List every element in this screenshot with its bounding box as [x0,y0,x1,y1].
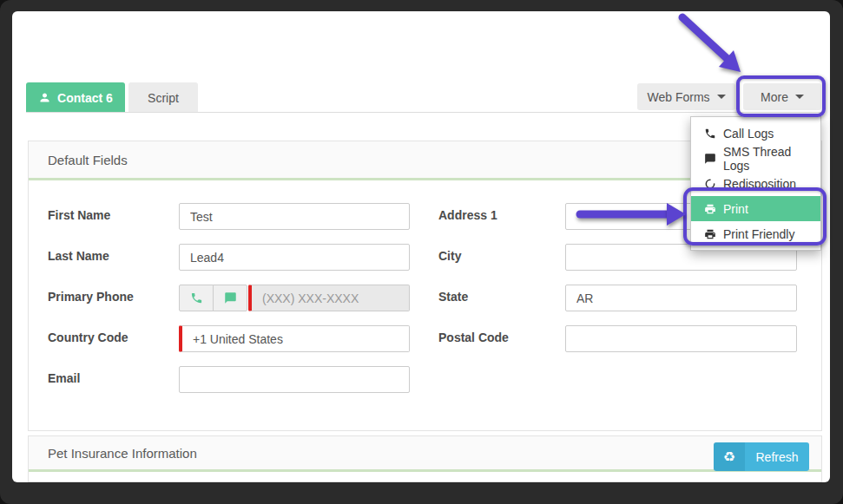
last-name-input[interactable] [179,244,410,271]
more-label: More [761,90,788,104]
tab-contact-label: Contact 6 [57,91,113,105]
chevron-down-icon [717,95,726,99]
phone-icon [704,128,716,140]
menu-item-label: Print Friendly [723,227,794,241]
menu-item-sms-thread-logs[interactable]: SMS Thread Logs [691,146,820,171]
chevron-down-icon [795,95,804,99]
state-label: State [438,290,468,304]
pet-insurance-title: Pet Insurance Information [48,446,197,461]
first-name-label: First Name [48,208,110,222]
printer-icon [704,228,716,240]
pet-insurance-header: Pet Insurance Information [29,436,821,472]
email-input[interactable] [179,366,410,393]
state-input[interactable] [565,285,797,311]
first-name-input[interactable] [179,203,410,230]
tab-script-label: Script [148,91,179,105]
menu-item-print-friendly[interactable]: Print Friendly [691,221,820,246]
tabs-underline [26,112,822,113]
printer-icon [704,203,716,215]
menu-item-print[interactable]: Print [691,196,820,221]
tab-script[interactable]: Script [128,82,198,113]
menu-item-label: SMS Thread Logs [723,145,820,173]
more-button[interactable]: More [743,83,821,110]
menu-item-label: Call Logs [723,127,774,141]
address1-label: Address 1 [438,208,497,222]
default-fields-title: Default Fields [48,153,128,167]
call-button[interactable] [179,285,214,311]
web-forms-button[interactable]: Web Forms [637,83,735,110]
recycle-icon: ♻ [714,442,745,471]
person-icon [38,91,51,104]
menu-item-label: Redisposition [723,177,796,191]
refresh-button[interactable]: ♻ Refresh [714,442,809,471]
chat-bubble-icon [224,291,237,304]
chat-bubble-icon [704,153,716,165]
postal-code-input[interactable] [565,325,797,352]
country-code-label: Country Code [48,331,128,344]
menu-item-call-logs[interactable]: Call Logs [691,121,820,146]
tab-contact[interactable]: Contact 6 [26,82,125,113]
primary-phone-label: Primary Phone [48,290,134,304]
postal-code-label: Postal Code [438,331,509,344]
country-code-input[interactable] [179,325,410,352]
menu-item-label: Print [723,202,748,216]
primary-phone-input[interactable] [248,285,410,311]
phone-icon [190,291,203,304]
menu-item-redisposition[interactable]: Redisposition [691,171,820,196]
web-forms-label: Web Forms [647,90,709,104]
city-label: City [438,249,461,263]
sms-button[interactable] [213,285,247,311]
last-name-label: Last Name [48,249,109,263]
pet-insurance-panel: Pet Insurance Information [28,435,822,482]
circle-arc-icon [704,178,716,190]
email-label: Email [48,371,80,385]
more-dropdown-menu: Call Logs SMS Thread Logs Redisposition … [690,116,821,251]
refresh-label: Refresh [745,442,809,471]
screenshot-stage: Contact 6 Script Web Forms More Default … [0,0,843,504]
